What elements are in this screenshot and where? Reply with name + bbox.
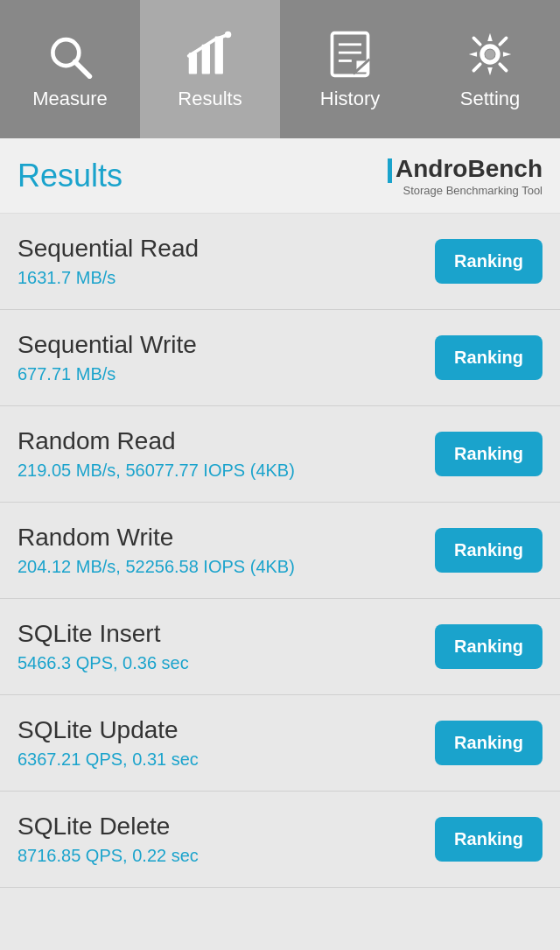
results-icon bbox=[184, 28, 236, 81]
result-info: Sequential Write677.71 MB/s bbox=[18, 331, 435, 384]
result-name: Sequential Write bbox=[18, 331, 435, 359]
ranking-button[interactable]: Ranking bbox=[435, 239, 542, 284]
result-value: 204.12 MB/s, 52256.58 IOPS (4KB) bbox=[18, 557, 435, 577]
result-info: SQLite Delete8716.85 QPS, 0.22 sec bbox=[18, 813, 435, 866]
result-row: Random Read219.05 MB/s, 56077.77 IOPS (4… bbox=[0, 406, 560, 503]
result-name: Sequential Read bbox=[18, 235, 435, 263]
ranking-button[interactable]: Ranking bbox=[435, 817, 542, 862]
brand-logo: AndroBench Storage Benchmarking Tool bbox=[388, 154, 542, 197]
result-info: SQLite Update6367.21 QPS, 0.31 sec bbox=[18, 716, 435, 770]
tab-results[interactable]: Results bbox=[140, 0, 280, 138]
result-value: 5466.3 QPS, 0.36 sec bbox=[18, 653, 435, 673]
measure-icon bbox=[44, 28, 96, 81]
svg-line-1 bbox=[75, 61, 90, 76]
brand-name: AndroBench bbox=[388, 154, 542, 184]
result-name: Random Write bbox=[18, 524, 435, 552]
tab-setting[interactable]: Setting bbox=[420, 0, 560, 138]
setting-label: Setting bbox=[460, 88, 521, 110]
ranking-button[interactable]: Ranking bbox=[435, 624, 542, 669]
result-value: 8716.85 QPS, 0.22 sec bbox=[18, 846, 435, 866]
result-info: Random Read219.05 MB/s, 56077.77 IOPS (4… bbox=[18, 427, 435, 481]
measure-label: Measure bbox=[32, 88, 108, 110]
setting-icon bbox=[464, 28, 516, 81]
tab-bar: Measure Results History bbox=[0, 0, 560, 138]
page-title: Results bbox=[18, 158, 122, 194]
result-value: 677.71 MB/s bbox=[18, 364, 435, 384]
ranking-button[interactable]: Ranking bbox=[435, 721, 542, 765]
history-icon bbox=[324, 28, 376, 81]
result-name: Random Read bbox=[18, 427, 435, 455]
result-row: Sequential Read1631.7 MB/sRanking bbox=[0, 214, 560, 310]
result-name: SQLite Insert bbox=[18, 620, 435, 648]
brand-sub: Storage Benchmarking Tool bbox=[388, 184, 542, 198]
result-name: SQLite Update bbox=[18, 716, 435, 744]
ranking-button[interactable]: Ranking bbox=[435, 528, 542, 573]
tab-history[interactable]: History bbox=[280, 0, 420, 138]
svg-rect-4 bbox=[215, 36, 223, 74]
results-label: Results bbox=[178, 88, 242, 110]
result-row: SQLite Delete8716.85 QPS, 0.22 secRankin… bbox=[0, 792, 560, 888]
results-header: Results AndroBench Storage Benchmarking … bbox=[0, 138, 560, 214]
result-row: SQLite Insert5466.3 QPS, 0.36 secRanking bbox=[0, 599, 560, 695]
brand-accent bbox=[388, 158, 392, 183]
result-info: Random Write204.12 MB/s, 52256.58 IOPS (… bbox=[18, 524, 435, 577]
result-name: SQLite Delete bbox=[18, 813, 435, 841]
svg-point-5 bbox=[225, 32, 231, 38]
results-list: Sequential Read1631.7 MB/sRankingSequent… bbox=[0, 214, 560, 888]
tab-measure[interactable]: Measure bbox=[0, 0, 140, 138]
ranking-button[interactable]: Ranking bbox=[435, 432, 542, 476]
svg-point-14 bbox=[485, 49, 494, 59]
result-row: SQLite Update6367.21 QPS, 0.31 secRankin… bbox=[0, 695, 560, 792]
result-value: 6367.21 QPS, 0.31 sec bbox=[18, 749, 435, 770]
result-row: Random Write204.12 MB/s, 52256.58 IOPS (… bbox=[0, 503, 560, 599]
result-info: SQLite Insert5466.3 QPS, 0.36 sec bbox=[18, 620, 435, 673]
result-value: 219.05 MB/s, 56077.77 IOPS (4KB) bbox=[18, 461, 435, 481]
history-label: History bbox=[320, 88, 380, 110]
result-row: Sequential Write677.71 MB/sRanking bbox=[0, 310, 560, 406]
result-info: Sequential Read1631.7 MB/s bbox=[18, 235, 435, 288]
ranking-button[interactable]: Ranking bbox=[435, 335, 542, 380]
result-value: 1631.7 MB/s bbox=[18, 268, 435, 288]
